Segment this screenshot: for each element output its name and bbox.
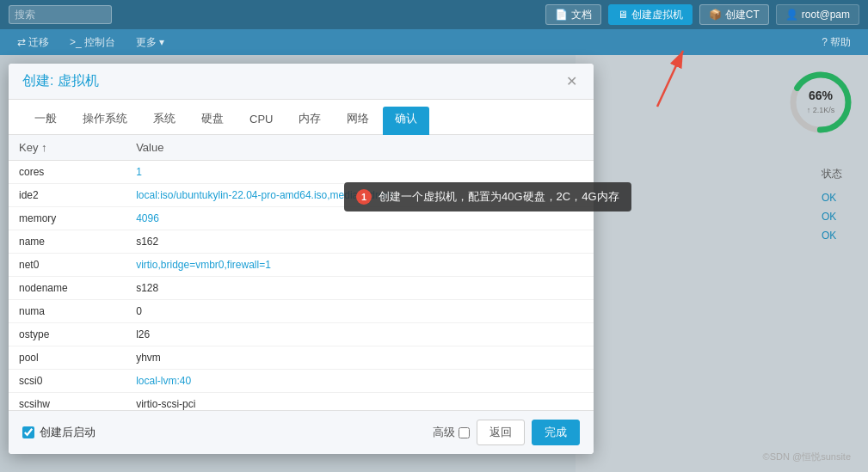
modal-body: Key ↑ Value cores1ide2local:iso/ubuntuky… [9,135,594,410]
modal-title: 创建: 虚拟机 [22,72,99,90]
doc-button[interactable]: 📄 文档 [545,4,601,25]
tab-disk[interactable]: 硬盘 [189,107,236,135]
table-row: nodenames128 [9,277,594,300]
finish-button[interactable]: 完成 [532,420,580,445]
value-cell: l26 [126,323,594,346]
modal-close-button[interactable]: ✕ [563,73,580,90]
topbar: 📄 文档 🖥 创建虚拟机 📦 创建CT 👤 root@pam [0,0,868,29]
more-button[interactable]: 更多 ▾ [127,32,173,52]
table-row: cores1 [9,161,594,184]
table-row: scsihwvirtio-scsi-pci [9,393,594,411]
key-cell: ide2 [9,184,126,207]
console-label: 控制台 [84,35,115,50]
more-label: 更多 [136,35,157,50]
value-cell: local-lvm:40 [126,370,594,393]
key-cell: ostype [9,323,126,346]
value-cell: 0 [126,300,594,323]
value-cell: virtio,bridge=vmbr0,firewall=1 [126,254,594,277]
config-table: Key ↑ Value cores1ide2local:iso/ubuntuky… [9,135,594,410]
key-cell: pool [9,346,126,370]
table-row: numa0 [9,300,594,323]
user-icon: 👤 [785,9,798,21]
table-row: names162 [9,230,594,254]
help-button[interactable]: ? 帮助 [813,32,859,52]
key-cell: nodename [9,277,126,300]
create-ct-label: 创建CT [725,8,760,22]
tab-network[interactable]: 网络 [335,107,381,135]
table-row: ostypel26 [9,323,594,346]
value-cell: yhvm [126,346,594,370]
create-ct-button[interactable]: 📦 创建CT [699,4,769,25]
tab-cpu[interactable]: CPU [237,108,285,134]
migrate-icon: ⇄ [17,36,26,48]
key-cell: name [9,230,126,254]
tab-confirm[interactable]: 确认 [383,107,429,135]
back-button[interactable]: 返回 [477,420,525,445]
advanced-checkbox[interactable] [459,427,470,438]
table-row: poolyhvm [9,346,594,370]
badge-number: 1 [356,189,372,205]
console-icon: >_ [70,36,82,48]
watermark: ©SDN @恒悦sunsite [763,451,851,463]
search-input[interactable] [9,5,112,24]
key-cell: scsi0 [9,370,126,393]
autostart-checkbox[interactable] [22,426,34,438]
tab-memory[interactable]: 内存 [286,107,333,135]
migrate-button[interactable]: ⇄ 迁移 [9,32,58,52]
autostart-checkbox-label[interactable]: 创建后启动 [22,425,95,440]
tab-os[interactable]: 操作系统 [71,107,139,135]
key-cell: memory [9,207,126,230]
col-value-header: Value [126,135,594,161]
key-cell: net0 [9,254,126,277]
value-cell: s162 [126,230,594,254]
table-row: net0virtio,bridge=vmbr0,firewall=1 [9,254,594,277]
config-table-wrapper: Key ↑ Value cores1ide2local:iso/ubuntuky… [9,135,594,410]
tab-system[interactable]: 系统 [141,107,188,135]
modal-header: 创建: 虚拟机 ✕ [9,64,594,100]
doc-label: 文档 [571,8,592,22]
tab-general[interactable]: 一般 [22,107,69,135]
key-cell: numa [9,300,126,323]
help-icon: ? [822,36,828,48]
key-cell: scsihw [9,393,126,411]
col-key-header: Key ↑ [9,135,126,161]
tooltip-text: 创建一个虚拟机，配置为40G硬盘，2C，4G内存 [379,189,619,205]
create-vm-button[interactable]: 🖥 创建虚拟机 [608,4,693,25]
table-row: scsi0local-lvm:40 [9,370,594,393]
console-button[interactable]: >_ 控制台 [61,32,124,52]
user-menu[interactable]: 👤 root@pam [776,4,859,25]
value-cell: virtio-scsi-pci [126,393,594,411]
value-cell: 1 [126,161,594,184]
create-vm-label: 创建虚拟机 [631,8,683,22]
key-cell: cores [9,161,126,184]
ct-icon: 📦 [709,9,722,21]
secondbar: ⇄ 迁移 >_ 控制台 更多 ▾ ? 帮助 [0,29,868,55]
user-label: root@pam [802,9,850,21]
vm-icon: 🖥 [618,9,628,21]
migrate-label: 迁移 [28,35,49,50]
modal-footer: 创建后启动 高级 返回 完成 [9,410,594,454]
autostart-label: 创建后启动 [40,425,95,440]
main-area: 66% ↑ 2.1K/s 状态 OK OK OK 创建: 虚拟机 ✕ 一般 操作… [0,55,868,472]
advanced-option: 高级 [433,425,470,440]
value-cell: s128 [126,277,594,300]
doc-icon: 📄 [555,9,568,21]
tooltip-badge: 1 创建一个虚拟机，配置为40G硬盘，2C，4G内存 [344,182,631,211]
chevron-down-icon: ▾ [159,36,164,48]
create-vm-modal: 创建: 虚拟机 ✕ 一般 操作系统 系统 硬盘 CPU 内存 网络 确认 Key… [9,64,594,454]
modal-tabs: 一般 操作系统 系统 硬盘 CPU 内存 网络 确认 [9,100,594,135]
help-label: 帮助 [830,35,851,50]
